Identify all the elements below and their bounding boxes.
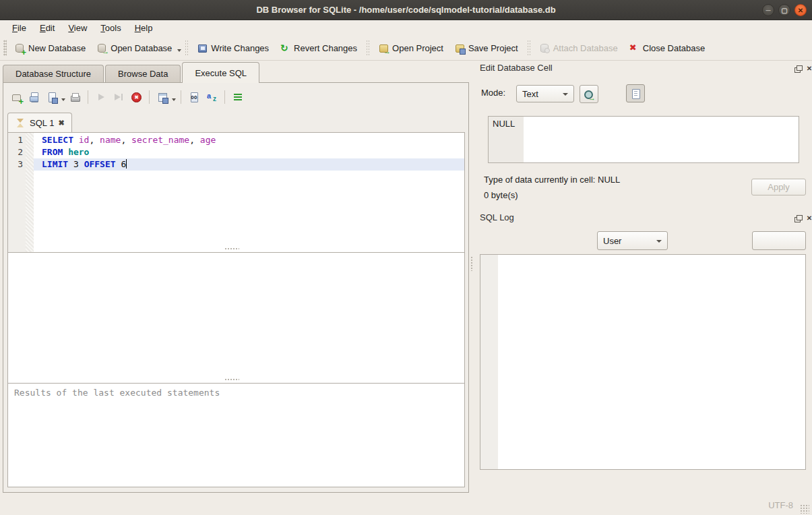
titlebar: DB Browser for SQLite - /home/user/code/… <box>0 0 812 20</box>
new-tab-button[interactable] <box>9 89 25 105</box>
code-segment <box>73 135 79 145</box>
chevron-down-icon[interactable] <box>61 98 65 101</box>
editor-line: FROM hero <box>34 146 464 158</box>
apply-button-label: Apply <box>768 182 790 192</box>
close-dock-icon[interactable]: ✕ <box>805 65 812 73</box>
editor-line: LIMIT 3 OFFSET 6 <box>34 158 464 171</box>
maximize-button[interactable]: ▢ <box>778 4 790 16</box>
sql-tab-bar: SQL 1 ✖ <box>7 113 72 133</box>
new-tab-icon <box>11 92 22 102</box>
log-filter-combobox[interactable]: User <box>597 231 668 250</box>
encoding-indicator: UTF-8 <box>768 500 793 510</box>
toolbar-separator <box>181 90 181 104</box>
stop-icon <box>131 92 142 102</box>
close-dock-icon[interactable]: ✕ <box>805 214 812 222</box>
open-database-button[interactable]: Open Database <box>91 39 177 57</box>
save-results-button[interactable] <box>154 89 170 105</box>
save-project-icon <box>454 42 465 53</box>
execution-message-box[interactable]: Results of the last executed statements <box>7 383 465 487</box>
stop-button[interactable] <box>128 89 144 105</box>
sql-log-view[interactable] <box>480 254 806 470</box>
toolbar-drag-handle[interactable] <box>3 40 7 56</box>
toolbar-separator <box>149 90 150 104</box>
close-button[interactable]: ✕ <box>794 4 807 16</box>
print-icon <box>69 92 80 102</box>
apply-gear-icon <box>584 89 594 100</box>
close-database-button[interactable]: Close Database <box>623 39 711 57</box>
mode-label: Mode: <box>481 88 505 98</box>
open-file-icon <box>29 92 40 102</box>
splitter-handle[interactable] <box>224 378 239 381</box>
log-line-numbers <box>480 255 498 469</box>
open-file-button[interactable] <box>26 89 42 105</box>
autocomplete-button[interactable] <box>204 89 220 105</box>
text-cursor <box>126 159 127 169</box>
chevron-down-icon[interactable] <box>172 98 176 101</box>
float-dock-icon[interactable] <box>794 65 802 73</box>
splitter-handle[interactable] <box>224 247 239 250</box>
revert-changes-button[interactable]: Revert Changes <box>274 39 363 57</box>
write-changes-button[interactable]: Write Changes <box>191 39 274 57</box>
log-filter-value: User <box>603 236 621 246</box>
save-file-button[interactable] <box>44 89 60 105</box>
window-controls: ─▢✕ <box>762 4 807 16</box>
log-fold-margin <box>498 255 509 469</box>
menu-tools[interactable]: Tools <box>94 22 127 34</box>
toolbar-separator <box>224 90 225 104</box>
toolbar-separator <box>527 40 530 56</box>
code-segment: SELECT <box>42 135 73 145</box>
code-segment: LIMIT <box>42 159 68 169</box>
code-segment: age <box>200 135 216 145</box>
menu-view[interactable]: View <box>61 22 94 34</box>
toolbar-separator <box>88 90 88 104</box>
code-segment: 3 <box>68 159 84 169</box>
sql-log-dock-buttons: ✕ <box>794 214 812 222</box>
format-button[interactable] <box>230 89 246 105</box>
new-database-button[interactable]: New Database <box>9 39 91 57</box>
save-results-icon <box>157 92 168 102</box>
text-mode-button-frame[interactable] <box>626 84 645 102</box>
chevron-down-icon <box>656 240 662 243</box>
vertical-splitter-handle[interactable] <box>470 256 473 271</box>
log-text-area <box>509 255 805 469</box>
open-project-button[interactable]: Open Project <box>373 39 449 57</box>
cell-text-area[interactable] <box>524 117 799 162</box>
toolbar-button-label: Revert Changes <box>294 43 357 53</box>
close-tab-icon[interactable]: ✖ <box>58 119 64 127</box>
float-dock-icon[interactable] <box>794 214 802 222</box>
code-segment: , <box>89 135 100 145</box>
new-database-icon <box>14 42 25 53</box>
menu-edit[interactable]: Edit <box>33 22 61 34</box>
find-button[interactable] <box>186 89 202 105</box>
main-toolbar: New DatabaseOpen DatabaseWrite ChangesRe… <box>0 36 812 61</box>
code-segment: 6 <box>116 159 127 169</box>
toolbar-button-label: Open Project <box>392 43 443 53</box>
tab-browse-data[interactable]: Browse Data <box>105 65 181 83</box>
edit-cell-dock-buttons: ✕ <box>794 65 812 73</box>
toolbar-button-label: Open Database <box>111 43 172 53</box>
window-title: DB Browser for SQLite - /home/user/code/… <box>256 5 555 15</box>
close-database-icon <box>629 42 639 53</box>
chevron-down-icon[interactable] <box>177 49 181 52</box>
toolbar-button-label: Attach Database <box>553 43 618 53</box>
minimize-button[interactable]: ─ <box>762 4 774 16</box>
resize-grip[interactable] <box>800 504 809 514</box>
print-button[interactable] <box>67 89 83 105</box>
tab-execute-sql[interactable]: Execute SQL <box>182 62 259 83</box>
save-file-icon <box>46 92 57 102</box>
menu-file[interactable]: File <box>5 22 33 34</box>
editor-line-number: 2 <box>8 146 23 158</box>
open-database-icon <box>96 42 107 53</box>
code-segment: id <box>79 135 90 145</box>
execute-button <box>93 89 109 105</box>
sql-tab[interactable]: SQL 1 ✖ <box>7 113 72 133</box>
menu-help[interactable]: Help <box>128 22 160 34</box>
cell-mode-combobox[interactable]: Text <box>516 85 574 102</box>
sql-log-dock-title: SQL Log <box>480 212 514 222</box>
apply-data-button[interactable] <box>580 85 598 103</box>
save-project-button[interactable]: Save Project <box>449 39 524 57</box>
editor-line-number: 1 <box>8 134 23 146</box>
cell-value-editor[interactable]: NULL <box>488 116 799 163</box>
tab-database-structure[interactable]: Database Structure <box>3 65 104 83</box>
clear-log-button[interactable] <box>752 231 806 250</box>
